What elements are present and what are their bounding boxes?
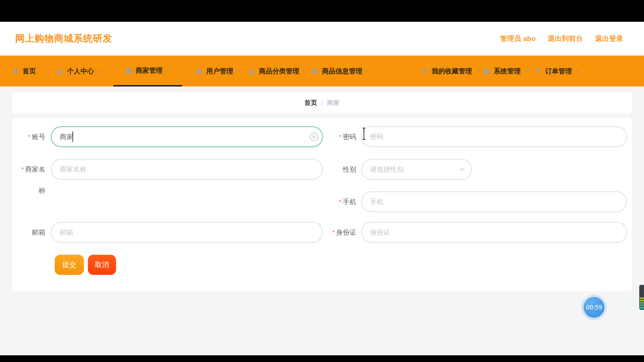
logout-link[interactable]: 退出登录: [595, 34, 623, 43]
gender-select[interactable]: [361, 159, 472, 180]
nav-item-home[interactable]: 首页: [12, 56, 36, 86]
clipboard-icon: [483, 67, 490, 75]
chevron-down-icon: [524, 69, 529, 73]
text-caret: [72, 131, 73, 142]
nav-item-label: 用户管理: [206, 67, 233, 76]
required-mark: *: [332, 229, 335, 236]
nav-item-label: 个人中心: [67, 67, 94, 76]
nav-item-label: 订单管理: [545, 67, 572, 76]
required-mark: *: [339, 198, 341, 205]
nav-item-label: 商家管理: [136, 66, 163, 75]
nav-item-label: 系统管理: [494, 67, 521, 76]
nav-item-product-info-management[interactable]: 商品信息管理: [311, 56, 370, 86]
grid-icon: [311, 67, 319, 75]
nav-item-label: 商品分类管理: [259, 67, 299, 76]
app-logo: 网上购物商城系统研发: [15, 22, 112, 55]
chevron-down-icon: [575, 69, 580, 73]
nav-item-label: 我的收藏管理: [432, 67, 472, 76]
main-nav: 首页 个人中心 商家管理 用户管理 商品分类管理 商品信息管理: [0, 56, 644, 86]
paper-plane-icon: [421, 67, 428, 75]
recording-timer[interactable]: 00:59: [584, 297, 604, 318]
submit-button[interactable]: 提交: [55, 255, 84, 275]
password-input[interactable]: [361, 126, 627, 147]
password-label: *密码: [327, 126, 356, 147]
breadcrumb-separator: /: [321, 100, 323, 107]
chevron-down-icon: [166, 68, 171, 73]
briefcase-icon: [125, 67, 132, 74]
nav-item-merchant-management[interactable]: 商家管理: [113, 56, 182, 86]
cancel-button[interactable]: 取消: [88, 255, 116, 275]
nav-item-personal-center[interactable]: 个人中心: [56, 56, 102, 86]
nav-item-product-category-management[interactable]: 商品分类管理: [248, 56, 307, 86]
header-links: 管理员 abo 退出到前台 退出登录: [500, 22, 623, 55]
breadcrumb-current: 商家: [327, 99, 340, 107]
breadcrumb: 首页 / 商家: [12, 92, 632, 114]
required-mark: *: [21, 166, 24, 173]
audio-level-meter: [639, 285, 644, 310]
exit-to-front-link[interactable]: 退出到前台: [548, 34, 583, 43]
account-label: *账号: [16, 126, 45, 147]
person-icon: [248, 67, 256, 75]
screen: 网上购物商城系统研发 管理员 abo 退出到前台 退出登录 首页 个人中心 商家…: [0, 0, 644, 362]
id-card-label: *身份证: [327, 222, 356, 243]
thumbs-up-icon: [196, 67, 203, 75]
user-icon: [56, 67, 64, 75]
nav-item-favorites-management[interactable]: 我的收藏管理: [421, 56, 480, 86]
breadcrumb-home[interactable]: 首页: [304, 99, 317, 107]
admin-user-link[interactable]: 管理员 abo: [500, 34, 536, 43]
id-card-input[interactable]: [361, 222, 627, 243]
clear-input-icon[interactable]: [309, 132, 319, 141]
nav-item-order-management[interactable]: 订单管理: [534, 56, 580, 86]
nav-item-system-management[interactable]: 系统管理: [483, 56, 529, 86]
flag-icon: [534, 67, 542, 75]
merchant-name-label: *商家名称: [16, 159, 45, 201]
chevron-down-icon: [97, 69, 102, 73]
nav-item-user-management[interactable]: 用户管理: [196, 56, 241, 86]
email-label: 邮箱: [16, 222, 45, 243]
account-input[interactable]: [51, 126, 323, 147]
required-mark: *: [339, 133, 341, 140]
gender-label: 性别: [327, 159, 356, 180]
phone-label: *手机: [327, 191, 356, 213]
chevron-down-icon: [475, 69, 480, 73]
letterbox-bottom: [0, 355, 644, 362]
email-input[interactable]: [51, 222, 323, 243]
chevron-down-icon: [366, 69, 370, 73]
phone-input[interactable]: [361, 191, 627, 212]
letterbox-top: [0, 0, 644, 22]
chevron-down-icon: [303, 69, 307, 73]
merchant-name-input[interactable]: [51, 159, 323, 180]
nav-item-label: 商品信息管理: [322, 67, 362, 76]
required-mark: *: [28, 133, 31, 140]
app-header: 网上购物商城系统研发 管理员 abo 退出到前台 退出登录: [0, 22, 644, 56]
home-icon: [12, 67, 19, 75]
chevron-down-icon: [236, 69, 241, 73]
nav-item-label: 首页: [22, 67, 36, 76]
